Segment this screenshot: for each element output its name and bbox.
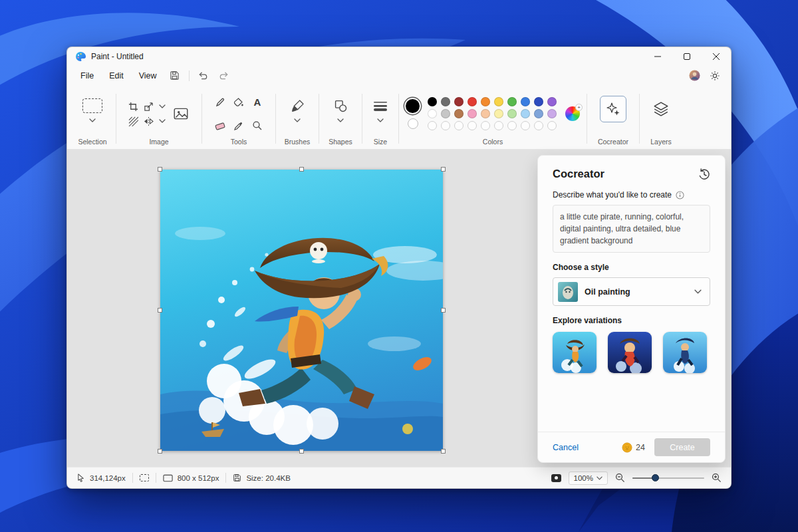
color-swatch[interactable] — [467, 109, 477, 118]
create-button[interactable]: Create — [654, 438, 710, 456]
redo-button[interactable] — [214, 68, 234, 84]
color-swatch[interactable] — [534, 109, 543, 118]
empty-color-slot[interactable] — [507, 121, 517, 130]
empty-color-slot[interactable] — [494, 121, 503, 130]
zoom-slider[interactable] — [632, 474, 704, 482]
pattern-icon[interactable] — [128, 116, 138, 126]
brush-icon[interactable] — [291, 100, 304, 112]
empty-color-slot[interactable] — [521, 121, 530, 130]
empty-color-slot[interactable] — [441, 121, 450, 130]
color-swatch[interactable] — [441, 97, 450, 106]
background-color[interactable] — [408, 118, 418, 129]
pencil-tool-icon[interactable] — [215, 97, 225, 108]
selection-handle-w[interactable] — [158, 308, 162, 313]
layers-group[interactable]: Layers — [642, 87, 680, 149]
shapes-group[interactable]: Shapes — [321, 87, 360, 149]
minimize-button[interactable] — [643, 47, 672, 65]
selection-tool-group[interactable]: Selection — [71, 87, 114, 149]
color-swatch[interactable] — [428, 97, 437, 106]
zoom-level-dropdown[interactable]: 100% — [569, 471, 608, 485]
color-swatch[interactable] — [494, 109, 503, 118]
rotate-image-icon[interactable] — [172, 105, 190, 122]
statusbar-divider — [225, 473, 226, 483]
variation-thumbnail-2[interactable] — [608, 332, 652, 373]
color-picker-tool-icon[interactable] — [233, 120, 244, 131]
selection-handle-sw[interactable] — [158, 449, 162, 454]
chevron-down-icon[interactable] — [377, 118, 384, 122]
brushes-group[interactable]: Brushes — [278, 87, 317, 149]
shapes-icon[interactable] — [334, 100, 347, 112]
selection-icon[interactable] — [82, 98, 102, 113]
selection-handle-nw[interactable] — [158, 167, 162, 172]
empty-color-slot[interactable] — [454, 121, 464, 130]
menu-edit[interactable]: Edit — [102, 68, 131, 83]
chevron-down-icon[interactable] — [89, 118, 96, 122]
chevron-down-icon[interactable] — [159, 119, 166, 123]
cocreator-button[interactable] — [600, 96, 626, 122]
color-swatch[interactable] — [481, 97, 490, 106]
color-swatch[interactable] — [507, 97, 517, 106]
selection-handle-n[interactable] — [299, 167, 304, 172]
fill-tool-icon[interactable] — [233, 97, 244, 108]
color-swatch[interactable] — [428, 109, 437, 118]
style-dropdown[interactable]: Oil painting — [553, 277, 710, 306]
color-swatch[interactable] — [521, 97, 530, 106]
color-swatch[interactable] — [507, 109, 517, 118]
variation-thumbnail-1[interactable] — [553, 332, 597, 373]
save-button[interactable] — [165, 68, 185, 84]
zoom-slider-thumb[interactable] — [652, 474, 659, 481]
canvas[interactable] — [160, 170, 443, 451]
titlebar[interactable]: Paint - Untitled — [67, 47, 731, 65]
chevron-down-icon[interactable] — [294, 118, 301, 122]
color-swatch[interactable] — [454, 109, 464, 118]
menubar-divider — [189, 70, 190, 81]
line-size-icon[interactable] — [373, 100, 388, 111]
cancel-button[interactable]: Cancel — [553, 443, 579, 452]
color-swatch[interactable] — [534, 97, 543, 106]
selection-handle-s[interactable] — [299, 449, 304, 454]
magnifier-tool-icon[interactable] — [252, 120, 263, 131]
variation-thumbnail-3[interactable] — [663, 332, 707, 373]
color-swatch[interactable] — [441, 109, 450, 118]
color-swatch[interactable] — [547, 109, 557, 118]
color-swatch[interactable] — [547, 97, 557, 106]
account-button[interactable] — [684, 68, 704, 84]
empty-color-slot[interactable] — [467, 121, 477, 130]
undo-button[interactable] — [194, 68, 213, 84]
layers-icon[interactable] — [653, 101, 669, 117]
foreground-color[interactable] — [406, 99, 420, 113]
menu-file[interactable]: File — [73, 68, 101, 83]
chevron-down-icon[interactable] — [159, 104, 166, 108]
selection-handle-ne[interactable] — [441, 167, 446, 172]
selection-handle-se[interactable] — [441, 449, 446, 454]
thumbnail-view-icon[interactable] — [551, 474, 561, 482]
menu-view[interactable]: View — [132, 68, 164, 83]
empty-color-slot[interactable] — [481, 121, 490, 130]
color-swatch[interactable] — [494, 97, 503, 106]
resize-icon[interactable] — [144, 102, 154, 112]
color-swatch[interactable] — [521, 109, 530, 118]
empty-color-slot[interactable] — [547, 121, 557, 130]
flip-icon[interactable] — [144, 116, 154, 126]
selection-handle-e[interactable] — [441, 308, 446, 313]
history-icon[interactable] — [698, 168, 710, 180]
size-group[interactable]: Size — [364, 87, 396, 149]
cocreator-group[interactable]: Cocreator — [589, 87, 637, 149]
settings-button[interactable] — [705, 68, 725, 84]
eraser-tool-icon[interactable] — [215, 120, 225, 131]
text-tool-icon[interactable]: A — [254, 97, 261, 107]
empty-color-slot[interactable] — [534, 121, 543, 130]
chevron-down-icon[interactable] — [337, 118, 344, 122]
crop-icon[interactable] — [128, 102, 138, 112]
ribbon-separator — [587, 94, 587, 144]
color-swatch[interactable] — [454, 97, 464, 106]
close-button[interactable] — [702, 47, 731, 65]
empty-color-slot[interactable] — [428, 121, 437, 130]
prompt-input[interactable]: a little cute pirate, running, colorful,… — [553, 205, 710, 253]
color-swatch[interactable] — [467, 97, 477, 106]
color-swatch[interactable] — [481, 109, 490, 118]
maximize-button[interactable] — [672, 47, 702, 65]
info-icon[interactable] — [676, 191, 684, 200]
zoom-out-icon[interactable] — [615, 473, 625, 483]
zoom-in-icon[interactable] — [712, 473, 722, 483]
